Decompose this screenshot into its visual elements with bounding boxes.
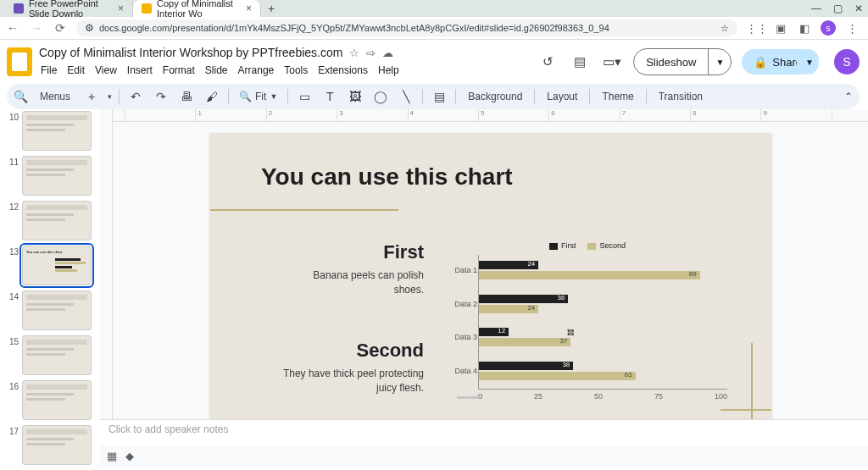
move-icon[interactable]: ⇨ [366,47,376,59]
chart-plot-area: Data 12489Data 23624Data 31237Data 43863 [478,255,727,390]
layout-button[interactable]: Layout [542,91,582,102]
comment-tool[interactable]: ▤ [430,87,448,106]
menubar: File Edit View Insert Format Slide Arran… [39,61,401,80]
cloud-status-icon[interactable]: ☁ [382,47,393,59]
chart-bar: 24 [479,305,538,313]
thumbnail-slide-13[interactable]: 13You can use this chart [0,246,100,285]
reload-button[interactable]: ⟳ [53,21,68,35]
history-icon[interactable]: ↺ [537,51,559,73]
menu-tools[interactable]: Tools [282,63,309,78]
decorative-line [210,209,398,211]
close-icon[interactable]: × [246,3,252,14]
url-text: docs.google.com/presentation/d/1mYk4MszS… [99,23,609,33]
chart-x-axis: 0255075100 [478,390,727,401]
bookmark-icon[interactable]: ☆ [721,23,729,34]
print-button[interactable]: 🖶 [177,87,196,106]
zoom-selector[interactable]: 🔍 Fit ▼ [236,91,281,102]
menu-view[interactable]: View [93,63,119,78]
chart-category-label: Data 2 [448,300,477,308]
collapse-toolbar-icon[interactable]: ⌃ [844,91,853,102]
workspace: 10111213You can use this chart14151617 1… [0,109,868,466]
image-tool[interactable]: 🖼 [346,87,364,106]
canvas: 123456789 You can use this chart First B… [100,109,868,466]
chart-bar: 37 [479,338,570,346]
present-dropdown-icon[interactable]: ▭▾ [601,51,623,73]
maximize-icon[interactable]: ▢ [833,3,843,14]
profile-avatar[interactable]: s [821,20,836,36]
redo-button[interactable]: ↷ [152,87,170,106]
thumbnail-slide-17[interactable]: 17 [0,425,100,465]
menu-format[interactable]: Format [161,63,197,78]
back-button[interactable]: ← [5,21,20,35]
search-icon[interactable]: 🔍 [14,90,28,103]
close-icon[interactable]: × [118,3,124,14]
shape-tool[interactable]: ◯ [371,87,390,106]
heading-first[interactable]: First [297,241,424,263]
transition-button[interactable]: Transition [654,91,708,102]
decorative-line [721,409,771,411]
chrome-menu-icon[interactable]: ⋮ [844,20,860,36]
text-first[interactable]: Banana peels can polish shoes. [297,268,424,298]
thumbnail-slide-14[interactable]: 14 [0,290,100,330]
doc-title[interactable]: Copy of Minimalist Interior Workshop by … [39,46,342,59]
address-bar[interactable]: ⚙ docs.google.com/presentation/d/1mYk4Ms… [76,19,737,36]
menu-extensions[interactable]: Extensions [316,63,370,78]
thumbnail-slide-11[interactable]: 11 [0,156,100,196]
menu-insert[interactable]: Insert [125,63,154,78]
paint-format-button[interactable]: 🖌 [203,87,221,106]
slide-area[interactable]: You can use this chart First Banana peel… [113,122,868,419]
background-button[interactable]: Background [463,91,527,102]
grid-view-icon[interactable]: ▦ [107,450,117,462]
menu-slide[interactable]: Slide [203,63,230,78]
textbox-tool[interactable]: T [320,87,339,106]
share-dropdown[interactable]: ▼ [797,49,819,75]
heading-second[interactable]: Second [280,340,424,362]
toolbar: 🔍 Menus +▾ ↶ ↷ 🖶 🖌 🔍 Fit ▼ ▭ T 🖼 ◯ ╲ ▤ B… [7,84,860,109]
slideshow-button[interactable]: Slideshow ▼ [633,48,732,75]
menu-file[interactable]: File [39,63,58,78]
chevron-down-icon[interactable]: ▼ [709,58,731,67]
decorative-line [751,343,753,419]
comments-icon[interactable]: ▤ [569,51,591,73]
pane-resize-handle[interactable] [457,396,479,399]
close-window-icon[interactable]: ✕ [854,3,863,14]
slides-logo-icon[interactable] [7,47,32,76]
bottom-bar: ▦ ◆ [100,445,868,466]
extension-icon[interactable]: ⋮⋮ [749,20,765,36]
menu-help[interactable]: Help [376,63,401,78]
explore-icon[interactable]: ◆ [125,450,134,462]
slide-title[interactable]: You can use this chart [261,163,513,191]
filmstrip[interactable]: 10111213You can use this chart14151617 [0,109,100,467]
chart-legend: First Second [448,241,727,250]
thumbnail-slide-16[interactable]: 16 [0,380,100,420]
chart[interactable]: First Second Data 12489Data 23624Data 31… [448,241,727,411]
menu-edit[interactable]: Edit [65,63,86,78]
new-tab-button[interactable]: + [261,0,281,17]
forward-button[interactable]: → [29,21,44,35]
site-settings-icon[interactable]: ⚙ [85,22,94,34]
browser-tab-1[interactable]: Free PowerPoint Slide Downlo × [5,0,133,17]
slide[interactable]: You can use this chart First Banana peel… [210,133,771,419]
line-tool[interactable]: ╲ [397,87,415,106]
extension-icon[interactable]: ▣ [773,20,788,36]
speaker-notes[interactable]: Click to add speaker notes [100,419,868,445]
select-tool[interactable]: ▭ [295,87,314,106]
thumbnail-slide-15[interactable]: 15 [0,335,100,375]
search-menus-label[interactable]: Menus [35,91,75,102]
minimize-icon[interactable]: — [811,3,821,14]
extension-icon[interactable]: ◧ [797,20,812,36]
thumbnail-slide-10[interactable]: 10 [0,111,100,151]
browser-tab-2[interactable]: Copy of Minimalist Interior Wo × [133,0,261,17]
window-controls: — ▢ ✕ [811,0,868,17]
horizontal-ruler: 123456789 [112,109,868,122]
new-slide-button[interactable]: + [82,87,101,106]
star-icon[interactable]: ☆ [349,47,359,59]
chart-category-label: Data 1 [448,266,477,274]
text-second[interactable]: They have thick peel protecting juicy fl… [280,367,424,396]
thumbnail-slide-12[interactable]: 12 [0,201,100,241]
slideshow-label: Slideshow [634,49,709,75]
menu-arrange[interactable]: Arrange [236,63,276,78]
undo-button[interactable]: ↶ [126,87,145,106]
account-avatar[interactable]: S [834,49,860,75]
theme-button[interactable]: Theme [597,91,638,102]
